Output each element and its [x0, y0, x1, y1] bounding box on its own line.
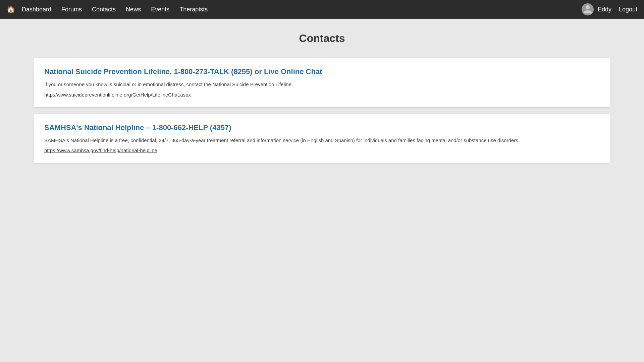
- home-icon[interactable]: 🏠: [7, 5, 15, 13]
- contact-title-0[interactable]: National Suicide Prevention Lifeline, 1-…: [44, 67, 600, 76]
- contact-title-1[interactable]: SAMHSA's National Helpline – 1-800-662-H…: [44, 123, 600, 132]
- contact-card-0: National Suicide Prevention Lifeline, 1-…: [34, 58, 610, 107]
- contact-card-1: SAMHSA's National Helpline – 1-800-662-H…: [34, 114, 610, 163]
- contact-description-0: If you or someone you know is suicidal o…: [44, 81, 600, 88]
- contact-link-0[interactable]: http://www.suicidepreventionlifeline.org…: [44, 92, 191, 98]
- page-title: Contacts: [34, 32, 610, 45]
- nav-link-contacts[interactable]: Contacts: [92, 6, 116, 13]
- nav-link-news[interactable]: News: [126, 6, 141, 13]
- main-content: Contacts National Suicide Prevention Lif…: [0, 19, 644, 183]
- avatar: [582, 3, 594, 15]
- nav-link-dashboard[interactable]: Dashboard: [22, 6, 51, 13]
- nav-right: Eddy Logout: [582, 3, 637, 15]
- contact-link-1[interactable]: https://www.samhsa.gov/find-help/nationa…: [44, 147, 157, 153]
- nav-link-forums[interactable]: Forums: [61, 6, 82, 13]
- contact-description-1: SAMHSA's National Helpline is a free, co…: [44, 137, 600, 144]
- logout-button[interactable]: Logout: [619, 6, 637, 13]
- nav-link-events[interactable]: Events: [151, 6, 169, 13]
- nav-links: Dashboard Forums Contacts News Events Th…: [22, 6, 582, 13]
- navbar: 🏠 Dashboard Forums Contacts News Events …: [0, 0, 644, 19]
- nav-link-therapists[interactable]: Therapists: [179, 6, 208, 13]
- nav-username: Eddy: [598, 6, 611, 13]
